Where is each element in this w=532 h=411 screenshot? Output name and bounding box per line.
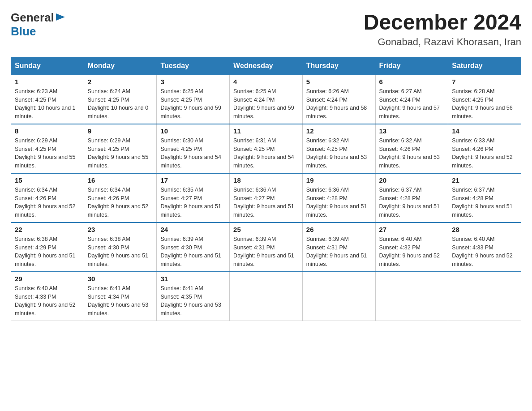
day-number: 26 [306, 226, 372, 233]
calendar-cell: 25 Sunrise: 6:39 AM Sunset: 4:31 PM Dayl… [230, 223, 303, 272]
day-number: 10 [160, 127, 226, 135]
day-info: Sunrise: 6:41 AM Sunset: 4:35 PM Dayligh… [160, 284, 226, 318]
day-info: Sunrise: 6:29 AM Sunset: 4:25 PM Dayligh… [88, 137, 153, 170]
day-info: Sunrise: 6:26 AM Sunset: 4:24 PM Dayligh… [306, 87, 372, 121]
day-info: Sunrise: 6:37 AM Sunset: 4:28 PM Dayligh… [452, 186, 517, 219]
day-info: Sunrise: 6:31 AM Sunset: 4:25 PM Dayligh… [233, 137, 299, 170]
day-number: 31 [160, 275, 226, 283]
day-info: Sunrise: 6:38 AM Sunset: 4:29 PM Dayligh… [15, 235, 80, 269]
day-number: 23 [88, 226, 153, 233]
logo-flag-icon [56, 13, 65, 22]
calendar-cell: 21 Sunrise: 6:37 AM Sunset: 4:28 PM Dayl… [448, 173, 521, 223]
calendar-cell: 14 Sunrise: 6:33 AM Sunset: 4:26 PM Dayl… [448, 124, 521, 173]
day-info: Sunrise: 6:24 AM Sunset: 4:25 PM Dayligh… [88, 87, 153, 121]
header-friday: Friday [375, 57, 448, 75]
calendar-cell: 20 Sunrise: 6:37 AM Sunset: 4:28 PM Dayl… [375, 173, 448, 223]
calendar-cell: 1 Sunrise: 6:23 AM Sunset: 4:25 PM Dayli… [11, 75, 84, 124]
day-info: Sunrise: 6:28 AM Sunset: 4:25 PM Dayligh… [452, 87, 517, 121]
day-info: Sunrise: 6:35 AM Sunset: 4:27 PM Dayligh… [160, 186, 226, 219]
calendar-cell: 12 Sunrise: 6:32 AM Sunset: 4:25 PM Dayl… [302, 124, 375, 173]
day-number: 11 [233, 127, 299, 135]
calendar-cell: 15 Sunrise: 6:34 AM Sunset: 4:26 PM Dayl… [11, 173, 84, 223]
day-info: Sunrise: 6:33 AM Sunset: 4:26 PM Dayligh… [452, 137, 517, 170]
day-info: Sunrise: 6:39 AM Sunset: 4:30 PM Dayligh… [160, 235, 226, 269]
day-number: 12 [306, 127, 372, 135]
day-info: Sunrise: 6:37 AM Sunset: 4:28 PM Dayligh… [379, 186, 445, 219]
header-monday: Monday [84, 57, 157, 75]
header-wednesday: Wednesday [230, 57, 303, 75]
day-info: Sunrise: 6:32 AM Sunset: 4:25 PM Dayligh… [306, 137, 372, 170]
calendar-cell: 9 Sunrise: 6:29 AM Sunset: 4:25 PM Dayli… [84, 124, 157, 173]
day-info: Sunrise: 6:32 AM Sunset: 4:26 PM Dayligh… [379, 137, 445, 170]
svg-marker-0 [56, 13, 65, 21]
calendar-cell: 28 Sunrise: 6:40 AM Sunset: 4:33 PM Dayl… [448, 223, 521, 272]
day-number: 25 [233, 226, 299, 233]
week-row-2: 8 Sunrise: 6:29 AM Sunset: 4:25 PM Dayli… [11, 124, 521, 173]
day-info: Sunrise: 6:38 AM Sunset: 4:30 PM Dayligh… [88, 235, 153, 269]
day-number: 19 [306, 176, 372, 184]
day-number: 15 [15, 176, 80, 184]
day-info: Sunrise: 6:36 AM Sunset: 4:27 PM Dayligh… [233, 186, 299, 219]
calendar-cell: 6 Sunrise: 6:27 AM Sunset: 4:24 PM Dayli… [375, 75, 448, 124]
calendar-cell [448, 272, 521, 321]
day-info: Sunrise: 6:30 AM Sunset: 4:25 PM Dayligh… [160, 137, 226, 170]
calendar-cell [230, 272, 303, 321]
calendar-cell: 2 Sunrise: 6:24 AM Sunset: 4:25 PM Dayli… [84, 75, 157, 124]
day-info: Sunrise: 6:34 AM Sunset: 4:26 PM Dayligh… [15, 186, 80, 219]
day-number: 9 [88, 127, 153, 135]
day-number: 14 [452, 127, 517, 135]
day-info: Sunrise: 6:27 AM Sunset: 4:24 PM Dayligh… [379, 87, 445, 121]
day-info: Sunrise: 6:23 AM Sunset: 4:25 PM Dayligh… [15, 87, 80, 121]
page-header: General Blue December 2024 Gonabad, Raza… [11, 11, 521, 48]
week-row-3: 15 Sunrise: 6:34 AM Sunset: 4:26 PM Dayl… [11, 173, 521, 223]
header-sunday: Sunday [11, 57, 84, 75]
day-info: Sunrise: 6:39 AM Sunset: 4:31 PM Dayligh… [233, 235, 299, 269]
calendar-cell: 29 Sunrise: 6:40 AM Sunset: 4:33 PM Dayl… [11, 272, 84, 321]
title-block: December 2024 Gonabad, Razavi Khorasan, … [364, 11, 521, 48]
calendar-cell: 13 Sunrise: 6:32 AM Sunset: 4:26 PM Dayl… [375, 124, 448, 173]
day-number: 28 [452, 226, 517, 233]
day-number: 7 [452, 78, 517, 86]
calendar-cell: 26 Sunrise: 6:39 AM Sunset: 4:31 PM Dayl… [302, 223, 375, 272]
calendar-cell: 27 Sunrise: 6:40 AM Sunset: 4:32 PM Dayl… [375, 223, 448, 272]
week-row-4: 22 Sunrise: 6:38 AM Sunset: 4:29 PM Dayl… [11, 223, 521, 272]
calendar-cell: 3 Sunrise: 6:25 AM Sunset: 4:25 PM Dayli… [157, 75, 230, 124]
day-info: Sunrise: 6:40 AM Sunset: 4:33 PM Dayligh… [15, 284, 80, 318]
day-info: Sunrise: 6:40 AM Sunset: 4:32 PM Dayligh… [379, 235, 445, 269]
calendar-table: Sunday Monday Tuesday Wednesday Thursday… [11, 57, 521, 321]
calendar-cell: 5 Sunrise: 6:26 AM Sunset: 4:24 PM Dayli… [302, 75, 375, 124]
calendar-cell: 31 Sunrise: 6:41 AM Sunset: 4:35 PM Dayl… [157, 272, 230, 321]
day-number: 18 [233, 176, 299, 184]
calendar-cell: 7 Sunrise: 6:28 AM Sunset: 4:25 PM Dayli… [448, 75, 521, 124]
day-info: Sunrise: 6:40 AM Sunset: 4:33 PM Dayligh… [452, 235, 517, 269]
calendar-cell [375, 272, 448, 321]
day-info: Sunrise: 6:39 AM Sunset: 4:31 PM Dayligh… [306, 235, 372, 269]
header-tuesday: Tuesday [157, 57, 230, 75]
day-number: 24 [160, 226, 226, 233]
calendar-cell: 23 Sunrise: 6:38 AM Sunset: 4:30 PM Dayl… [84, 223, 157, 272]
day-info: Sunrise: 6:34 AM Sunset: 4:26 PM Dayligh… [88, 186, 153, 219]
day-number: 21 [452, 176, 517, 184]
day-number: 8 [15, 127, 80, 135]
logo-blue: Blue [11, 25, 36, 39]
logo: General Blue [11, 11, 65, 39]
day-number: 1 [15, 78, 80, 86]
day-number: 5 [306, 78, 372, 86]
calendar-cell [302, 272, 375, 321]
day-number: 4 [233, 78, 299, 86]
day-number: 17 [160, 176, 226, 184]
calendar-cell: 22 Sunrise: 6:38 AM Sunset: 4:29 PM Dayl… [11, 223, 84, 272]
day-number: 20 [379, 176, 445, 184]
day-number: 30 [88, 275, 153, 283]
calendar-cell: 11 Sunrise: 6:31 AM Sunset: 4:25 PM Dayl… [230, 124, 303, 173]
calendar-cell: 10 Sunrise: 6:30 AM Sunset: 4:25 PM Dayl… [157, 124, 230, 173]
header-thursday: Thursday [302, 57, 375, 75]
day-number: 29 [15, 275, 80, 283]
day-info: Sunrise: 6:41 AM Sunset: 4:34 PM Dayligh… [88, 284, 153, 318]
calendar-cell: 4 Sunrise: 6:25 AM Sunset: 4:24 PM Dayli… [230, 75, 303, 124]
calendar-cell: 17 Sunrise: 6:35 AM Sunset: 4:27 PM Dayl… [157, 173, 230, 223]
location-title: Gonabad, Razavi Khorasan, Iran [364, 36, 521, 48]
week-row-1: 1 Sunrise: 6:23 AM Sunset: 4:25 PM Dayli… [11, 75, 521, 124]
day-info: Sunrise: 6:25 AM Sunset: 4:24 PM Dayligh… [233, 87, 299, 121]
day-info: Sunrise: 6:29 AM Sunset: 4:25 PM Dayligh… [15, 137, 80, 170]
